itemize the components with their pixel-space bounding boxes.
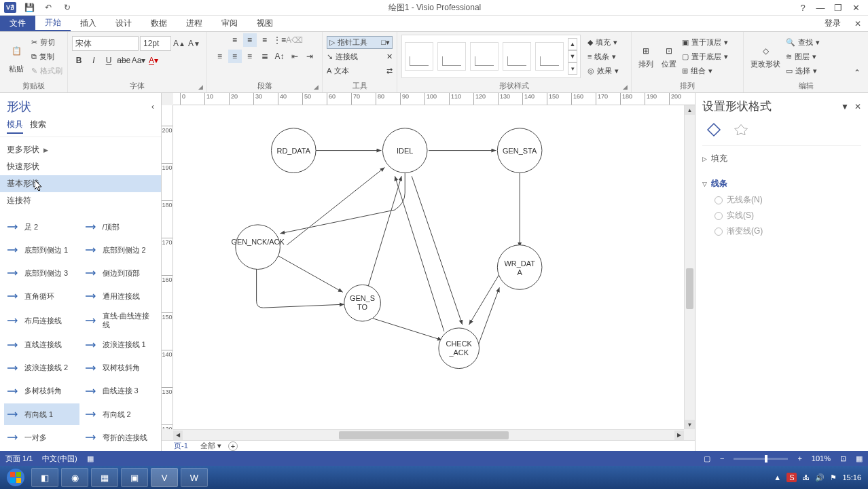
tab-view[interactable]: 视图: [247, 16, 283, 31]
pointer-tool-button[interactable]: ▷ 指针工具 □▾: [327, 36, 393, 49]
collapse-pane-icon[interactable]: ‹: [151, 102, 154, 111]
font-color-icon[interactable]: A▾: [147, 54, 160, 67]
shape-item-wave1[interactable]: 波浪连接线 1: [82, 334, 158, 356]
tray-icon[interactable]: ▲: [774, 473, 781, 482]
all-pages-button[interactable]: 全部 ▾: [200, 441, 221, 451]
shape-item-dir1[interactable]: 有向线 1: [4, 403, 79, 425]
align-middle-icon[interactable]: ≡: [243, 33, 257, 47]
quick-shapes-item[interactable]: 快速形状: [0, 158, 161, 175]
taskbar-app[interactable]: ◉: [61, 468, 88, 487]
scroll-left-icon[interactable]: ◀: [173, 431, 183, 440]
change-case-icon[interactable]: Aa▾: [132, 54, 145, 67]
increase-font-icon[interactable]: A▲: [173, 37, 186, 50]
add-page-icon[interactable]: +: [228, 441, 238, 451]
text-direction-icon[interactable]: A↕: [273, 50, 287, 63]
undo-icon[interactable]: ↶: [42, 1, 54, 14]
cut-button[interactable]: ✂ 剪切: [31, 36, 62, 49]
shape-item-stot[interactable]: 侧边到顶部: [82, 262, 158, 284]
tab-data[interactable]: 数据: [141, 16, 177, 31]
shape-item-rloop[interactable]: 直角循环: [4, 285, 79, 307]
shape-item-uconn[interactable]: 通用连接线: [82, 285, 158, 307]
decrease-indent-icon[interactable]: ⇤: [288, 50, 302, 63]
shape-item-lcurve[interactable]: 直线-曲线连接线: [82, 308, 158, 332]
taskbar-app[interactable]: ◧: [31, 468, 58, 487]
tab-review[interactable]: 审阅: [212, 16, 247, 31]
clear-formatting-icon[interactable]: A⌫: [288, 33, 302, 47]
scrollbar-thumb[interactable]: [686, 268, 693, 309]
style-thumb[interactable]: [437, 42, 466, 71]
justify-icon[interactable]: ≣: [258, 50, 272, 63]
shape-item-dir2[interactable]: 有向线 2: [82, 403, 158, 425]
fill-section-header[interactable]: ▷填充: [702, 150, 861, 167]
flag-icon[interactable]: ⚑: [830, 473, 837, 482]
underline-icon[interactable]: U: [102, 54, 115, 67]
shape-item-foot2[interactable]: 足 2: [4, 216, 79, 238]
presentation-mode-icon[interactable]: ▢: [704, 454, 710, 463]
save-icon[interactable]: 💾: [23, 1, 35, 14]
position-button[interactable]: ⊡位置: [659, 43, 679, 71]
more-shapes-item[interactable]: 更多形状▶: [0, 141, 161, 158]
style-thumb[interactable]: [470, 42, 499, 71]
zoom-out-icon[interactable]: −: [720, 454, 724, 463]
gallery-up-icon[interactable]: ▲: [568, 38, 577, 50]
paragraph-dialog-launcher-icon[interactable]: ◢: [312, 82, 321, 91]
drawing-canvas[interactable]: RD_DATA IDEL GEN_STA GEN_NCK/ACK WR_DATA…: [173, 105, 684, 429]
align-right-icon[interactable]: ≡: [243, 50, 257, 63]
font-family-combo[interactable]: 宋体: [72, 36, 139, 51]
shape-item-bend[interactable]: 弯折的连接线: [82, 427, 158, 448]
gradient-line-radio[interactable]: 渐变线(G): [702, 223, 861, 239]
login-link[interactable]: 登录: [818, 16, 848, 31]
tab-home[interactable]: 开始: [35, 16, 71, 31]
tab-insert[interactable]: 插入: [71, 16, 106, 31]
expand-ribbon-icon[interactable]: ⌃: [850, 66, 864, 79]
italic-icon[interactable]: I: [87, 54, 101, 67]
find-button[interactable]: 🔍 查找 ▾: [786, 36, 820, 49]
strikethrough-icon[interactable]: abc: [117, 54, 130, 67]
scroll-up-icon[interactable]: ▲: [685, 105, 695, 115]
page-tab-1[interactable]: 页-1: [168, 441, 194, 451]
shape-item-dtree[interactable]: 双树枝斜角: [82, 357, 158, 379]
bring-front-button[interactable]: ▣ 置于顶层 ▾: [682, 36, 728, 49]
vertical-scrollbar[interactable]: ▲ ▼: [684, 105, 695, 429]
decrease-font-icon[interactable]: A▼: [187, 37, 201, 50]
bullets-icon[interactable]: ⋮≡: [273, 33, 287, 47]
connector-tool-button[interactable]: ↘ 连接线 ✕: [327, 50, 393, 63]
line-section-header[interactable]: ▽线条: [702, 175, 861, 192]
tab-design[interactable]: 设计: [106, 16, 141, 31]
volume-icon[interactable]: 🔊: [815, 473, 825, 482]
shape-item-divider[interactable]: /顶部: [82, 216, 158, 238]
align-bottom-icon[interactable]: ≡: [258, 33, 272, 47]
network-icon[interactable]: 🖧: [802, 473, 810, 482]
tab-search[interactable]: 搜索: [30, 119, 46, 134]
font-size-combo[interactable]: 12pt: [140, 36, 171, 51]
close-icon[interactable]: ✕: [849, 1, 863, 14]
restore-icon[interactable]: ❐: [831, 1, 845, 14]
shape-item-wave2[interactable]: 波浪连接线 2: [4, 357, 79, 379]
help-icon[interactable]: ?: [796, 1, 810, 14]
paste-button[interactable]: 📋 粘贴: [4, 38, 29, 75]
shape-item-btos2[interactable]: 底部到侧边 2: [82, 239, 158, 261]
no-line-radio[interactable]: 无线条(N): [702, 192, 861, 208]
group-button[interactable]: ⊞ 组合 ▾: [682, 65, 728, 77]
scroll-down-icon[interactable]: ▼: [685, 420, 695, 429]
collapse-ribbon-icon[interactable]: ✕: [848, 16, 868, 31]
fill-button[interactable]: ◆ 填充 ▾: [587, 36, 619, 49]
align-left-icon[interactable]: ≡: [213, 50, 227, 63]
fill-line-tab-icon[interactable]: [705, 121, 723, 139]
start-button[interactable]: [3, 467, 29, 488]
font-dialog-launcher-icon[interactable]: ◢: [196, 82, 205, 91]
shape-item-btos3[interactable]: 底部到侧边 3: [4, 262, 79, 284]
shape-item-sconn[interactable]: 直线连接线: [4, 334, 79, 356]
taskbar-word[interactable]: W: [181, 468, 208, 487]
pan-zoom-icon[interactable]: ▦: [856, 454, 863, 463]
send-back-button[interactable]: ▢ 置于底层 ▾: [682, 50, 728, 63]
tab-stencils[interactable]: 模具: [7, 119, 23, 134]
tab-file[interactable]: 文件: [0, 16, 35, 31]
taskbar-app[interactable]: ▦: [91, 468, 118, 487]
change-shape-button[interactable]: ◇更改形状: [748, 43, 783, 71]
shape-item-mtree[interactable]: 多树枝斜角: [4, 380, 79, 402]
bold-icon[interactable]: B: [72, 54, 86, 67]
hscrollbar-thumb[interactable]: [339, 431, 509, 439]
shape-style-gallery[interactable]: ▲▼▾: [401, 35, 581, 78]
increase-indent-icon[interactable]: ⇥: [303, 50, 317, 63]
